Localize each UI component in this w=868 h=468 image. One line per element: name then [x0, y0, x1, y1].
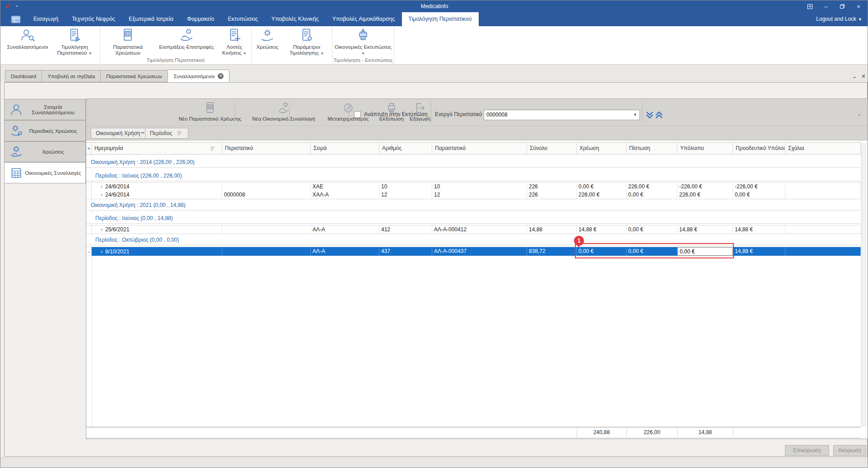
credit-total: 226,00	[626, 427, 677, 438]
tab-dashboard[interactable]: Dashboard	[5, 70, 42, 82]
person-icon	[9, 103, 23, 117]
column-header-ypoloipo[interactable]: Υπόλοιπο	[677, 143, 733, 154]
svg-text:1: 1	[285, 103, 287, 106]
row-indicator-header: ✳	[86, 143, 92, 154]
group-connector	[141, 132, 144, 133]
group-row-fiscal-2014[interactable]: Οικονομική Χρήση : 2014 (226,00 , 226,00…	[86, 158, 861, 168]
toolbar-separator	[349, 102, 349, 122]
column-header-imerominia[interactable]: Ημερομηνία	[92, 143, 222, 154]
highlighted-debit-cell[interactable]: 0,00 €	[577, 247, 626, 256]
xreoseis-button[interactable]: Χρεώσεις	[252, 26, 282, 50]
ribbon-tab-farmakeio[interactable]: Φαρμακείο	[180, 12, 221, 26]
ribbon-group-1: Συναλλασσόμενοι Τιμολόγηση Περιστατικού …	[4, 26, 100, 64]
active-incident-combobox[interactable]: 0000008 ▼	[484, 110, 640, 120]
sidebar-item-oikonomikes-synallages[interactable]: Οικονομικές Συναλλαγές	[4, 162, 86, 183]
toolbar-separator	[642, 102, 643, 122]
ribbon-tab-eksoterika-iatreia[interactable]: Εξωτερικά Ιατρεία	[122, 12, 180, 26]
tab-synallassomenoi[interactable]: Συναλλασσόμενοι ✕	[168, 70, 229, 83]
chevron-down-icon[interactable]: ▼	[633, 110, 637, 120]
restore-icon[interactable]	[834, 0, 850, 12]
tab-list-dropdown-icon[interactable]: ⌄	[852, 73, 857, 80]
close-icon[interactable]: ×	[850, 0, 867, 12]
toolbar-separator	[289, 102, 290, 122]
document-plus-icon	[227, 28, 242, 43]
hand-coin-icon: 1	[179, 28, 194, 43]
sidebar-item-periodikes-xreoseis[interactable]: Περιοδικές Χρεώσεις	[4, 120, 86, 141]
table-row[interactable]: ›24/6/2014 ΧΑΕ 10 10 226 0,00 € 226,00 €…	[86, 182, 861, 191]
group-row-period-june-2021[interactable]: Περίοδος : Ιούνιος (0,00 , 14,88)	[86, 214, 861, 224]
chevron-down-icon: ▼	[243, 51, 247, 56]
ribbon-tab-ypoboles-klinikis[interactable]: Υποβολές Κλινικής	[265, 12, 326, 26]
ribbon-group-4: Οικονομικές Εκτυπώσεις ▼ Τιμολόγηση - Εκ…	[332, 26, 394, 64]
ribbon-group-caption: Τιμολόγηση Περιστατικού	[101, 57, 250, 64]
synallassomenoi-button[interactable]: Συναλλασσόμενοι	[5, 26, 50, 50]
eisprakseis-epistrofes-button[interactable]: 1 Εισπράξεις-Επιστροφές	[154, 26, 219, 50]
parastatika-xreoseon-button[interactable]: Παραστατικά Χρεώσεων	[101, 26, 154, 56]
document-tab-strip: Dashboard Υποβολή σε myData Παραστατικά …	[0, 65, 868, 82]
status-bar	[0, 458, 868, 468]
tab-ypoboli-mydata[interactable]: Υποβολή σε myData	[42, 70, 101, 82]
column-header-peristatiko[interactable]: Περιστατικό	[222, 143, 311, 154]
tab-parastatika-xreoseon[interactable]: Παραστατικά Χρεώσεων	[101, 70, 168, 82]
new-financial-transaction-button[interactable]: 1 Νέα Οικονομική Συναλλαγή	[248, 100, 319, 124]
table-row[interactable]: ›25/6/2021 ΑΛ-Α 412 ΑΛ-Α-000412 14,88 14…	[86, 225, 861, 234]
group-field-periodos[interactable]: Περίοδος	[145, 128, 188, 139]
minimize-icon[interactable]: –	[818, 0, 834, 12]
vertical-scrollbar[interactable]	[861, 143, 867, 427]
ribbon-tab-texnitos-nefros[interactable]: Τεχνητός Νεφρός	[65, 12, 122, 26]
svg-text:1: 1	[188, 29, 190, 33]
expand-row-icon[interactable]: ›	[101, 227, 103, 232]
highlighted-credit-cell[interactable]: 0,00 €	[626, 247, 677, 256]
grid-header-row: ✳ Ημερομηνία Περιστατικό Σειρά Αριθμός Π…	[86, 142, 861, 154]
focused-balance-cell[interactable]: 0,00 €	[677, 247, 733, 256]
toolbar-overflow-icon[interactable]: ⌄	[858, 112, 861, 117]
chevron-down-icon: ▼	[858, 17, 862, 22]
timologisi-peristatikou-button[interactable]: Τιμολόγηση Περιστατικού ▼	[50, 26, 99, 56]
group-row-fiscal-2021[interactable]: Οικονομική Χρήση : 2021 (0,00 , 14,88)	[86, 201, 861, 211]
parametroi-timologisis-button[interactable]: Παράμετροι Τιμολόγησης ▼	[282, 26, 331, 56]
printer-icon	[355, 28, 371, 43]
column-header-sxolia[interactable]: Σχόλια	[785, 143, 861, 154]
ribbon-group-caption	[5, 57, 99, 64]
sidebar-item-stoixeia-synallassomenou[interactable]: Στοιχεία Συναλλασσόμενου	[4, 99, 86, 120]
expand-row-icon[interactable]: ›	[101, 184, 103, 189]
cancel-button[interactable]: Ακύρωση	[833, 445, 866, 456]
column-header-proodeytiko-ypoloipo[interactable]: Προοδευτικό Υπόλοιπ	[733, 143, 785, 154]
ribbon-group-caption	[252, 57, 331, 64]
loipes-kiniseis-button[interactable]: Λοιπές Κινήσεις ▼	[219, 26, 250, 56]
ribbon-tab-bar: Εισαγωγή Τεχνητός Νεφρός Εξωτερικά Ιατρε…	[0, 12, 868, 26]
ribbon-tab-ypoboles-aimokatharsis[interactable]: Υποβολές Αιμοκάθαρσης	[326, 12, 402, 26]
column-header-seira[interactable]: Σειρά	[311, 143, 379, 154]
group-row-period-october-2021[interactable]: Περίοδος : Οκτώβριος (0,00 , 0,00)	[86, 235, 861, 245]
column-header-arithmos[interactable]: Αριθμός	[379, 143, 432, 154]
ribbon-display-options-icon[interactable]	[802, 0, 818, 12]
ribbon-tab-eisagogi[interactable]: Εισαγωγή	[27, 12, 65, 26]
tab-close-icon[interactable]: ✕	[218, 73, 224, 79]
oikonomikes-ektyposeis-button[interactable]: Οικονομικές Εκτυπώσεις ▼	[333, 26, 393, 56]
ribbon-group-2: Παραστατικά Χρεώσεων 1 Εισπράξεις-Επιστρ…	[100, 26, 252, 64]
table-icon	[9, 166, 23, 180]
table-row-selected[interactable]: → ›8/10/2021 ΑΛ-Α 437 ΑΛ-Α-000437 838,72…	[86, 247, 861, 256]
collapse-all-rows-icon[interactable]	[655, 111, 663, 119]
sidebar-item-xreoseis[interactable]: Χρεώσεις	[4, 141, 86, 162]
expand-print-checkbox[interactable]	[354, 111, 361, 118]
app-menu-icon[interactable]	[9, 14, 22, 25]
expand-row-icon[interactable]: ›	[101, 192, 103, 197]
expand-all-rows-icon[interactable]	[645, 111, 654, 119]
tab-group-close-icon[interactable]: ✕	[861, 73, 866, 80]
group-row-period-june-2014[interactable]: Περίοδος : Ιούνιος (226,00 , 226,00)	[86, 171, 861, 181]
logout-and-lock-button[interactable]: Logout and Lock▼	[816, 12, 862, 27]
column-header-pistosi[interactable]: Πίστωση	[626, 143, 677, 154]
column-header-parastatiko[interactable]: Παραστατικό	[432, 143, 527, 154]
ribbon-tab-ektyposeis[interactable]: Εκτυπώσεις	[221, 12, 265, 26]
column-header-synolo[interactable]: Σύνολο	[527, 143, 577, 154]
confirm-button[interactable]: Επικύρωση	[785, 445, 829, 456]
column-header-xreosi[interactable]: Χρέωση	[577, 143, 626, 154]
table-row[interactable]: ›24/6/2014 0000008 ΧΑΛ-Α 12 12 226 226,0…	[86, 191, 861, 199]
debit-total: 240,88	[577, 427, 626, 438]
ribbon-tab-timologisi-peristatikou[interactable]: Τιμολόγηση Περιστατικού	[402, 12, 479, 26]
expand-row-icon[interactable]: ›	[101, 249, 103, 254]
charges-document-icon	[120, 28, 135, 43]
new-charge-document-button[interactable]: Νέο Παραστατικό Χρέωσης	[173, 100, 247, 124]
group-by-bar: Οικονομική Χρήση Περίοδος	[86, 126, 868, 140]
